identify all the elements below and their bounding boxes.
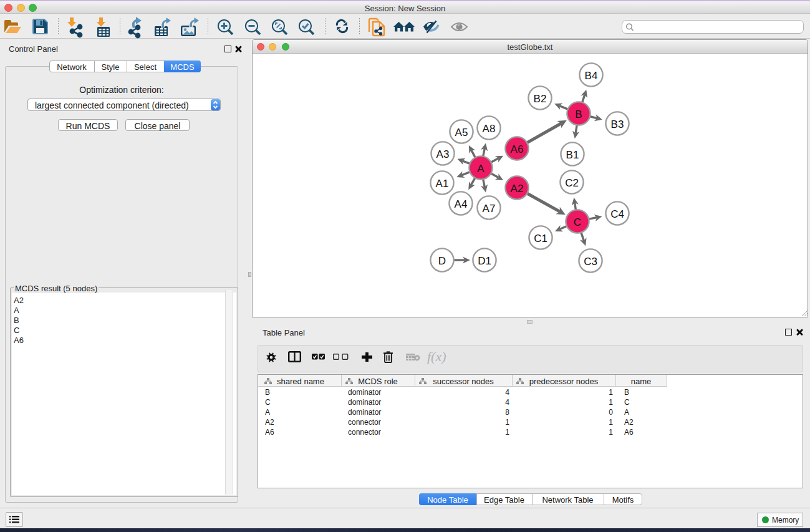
svg-text:C4: C4 (610, 208, 624, 220)
svg-text:C: C (574, 216, 581, 228)
svg-text:A6: A6 (511, 143, 524, 155)
svg-text:C1: C1 (534, 233, 547, 244)
svg-text:A5: A5 (455, 127, 468, 138)
svg-text:A2: A2 (511, 183, 524, 195)
svg-text:C3: C3 (584, 256, 597, 268)
svg-text:D1: D1 (478, 255, 491, 267)
svg-text:B1: B1 (566, 149, 579, 161)
svg-text:A8: A8 (483, 123, 496, 135)
svg-text:C2: C2 (565, 177, 579, 189)
svg-text:B4: B4 (585, 70, 598, 82)
svg-text:A7: A7 (483, 203, 496, 215)
svg-text:A4: A4 (455, 198, 468, 210)
svg-text:B3: B3 (611, 118, 624, 130)
svg-text:B2: B2 (534, 93, 547, 105)
svg-text:A: A (477, 163, 485, 175)
svg-text:A1: A1 (436, 178, 449, 190)
svg-text:D: D (438, 255, 446, 267)
svg-text:A3: A3 (436, 148, 450, 160)
svg-text:B: B (575, 109, 582, 120)
